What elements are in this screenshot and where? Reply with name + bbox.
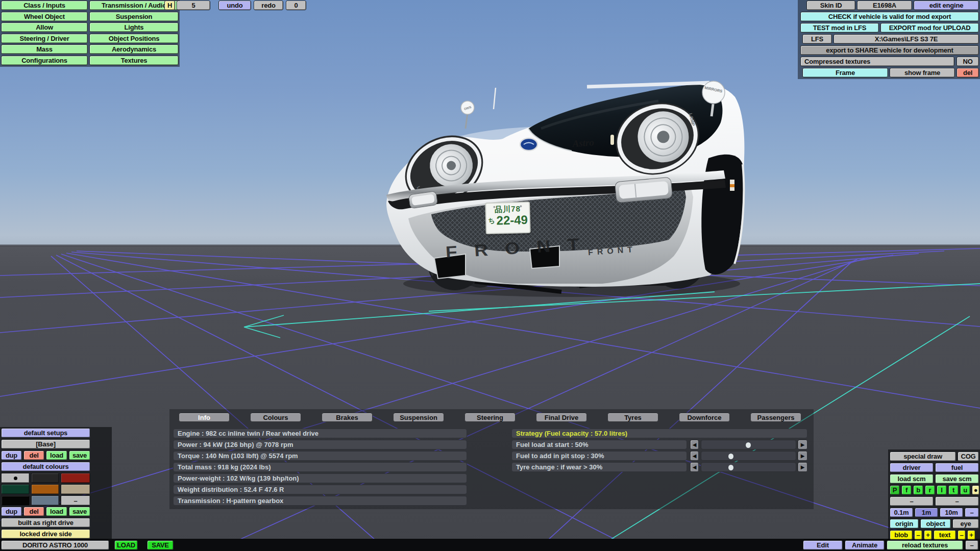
colour-swatch-2[interactable]: [31, 473, 59, 483]
toggle-r[interactable]: r: [925, 485, 935, 495]
origin-button[interactable]: origin: [890, 519, 919, 529]
frame-del-button[interactable]: del: [957, 68, 979, 78]
text-button[interactable]: text: [934, 530, 956, 540]
tab-suspension[interactable]: Suspension: [393, 413, 444, 422]
colour-swatch-6[interactable]: [61, 484, 90, 494]
default-setups-button[interactable]: default setups: [1, 428, 90, 438]
share-export-button[interactable]: export to SHARE vehicle for development: [800, 45, 979, 55]
tyre-change-slider[interactable]: [701, 462, 796, 472]
menu-mass[interactable]: Mass: [1, 44, 88, 54]
check-export-button[interactable]: CHECK if vehicle is valid for mod export: [800, 12, 979, 21]
show-frame-button[interactable]: show frame: [890, 68, 955, 78]
eye-button[interactable]: eye: [952, 519, 979, 529]
fuel-load-slider[interactable]: [701, 440, 796, 449]
scale-10m-button[interactable]: 10m: [940, 508, 963, 517]
colour-swatch-3[interactable]: [61, 473, 90, 483]
text-minus-button[interactable]: –: [958, 530, 966, 540]
colour-swatch-5[interactable]: [31, 484, 59, 494]
scale-dash-button[interactable]: –: [965, 508, 979, 517]
setup-save-button[interactable]: save: [69, 450, 90, 460]
toggle-l[interactable]: l: [937, 485, 947, 495]
history-mode-button[interactable]: H: [164, 1, 175, 10]
toggle-P[interactable]: P: [890, 485, 900, 495]
fuel-load-increase[interactable]: ▶: [798, 440, 807, 449]
menu-object-positions[interactable]: Object Positions: [89, 34, 179, 43]
save-vehicle-button[interactable]: SAVE: [147, 540, 174, 550]
reload-textures-button[interactable]: reload textures: [887, 540, 963, 550]
edit-mode-button[interactable]: Edit: [803, 540, 843, 550]
undo-button[interactable]: undo: [218, 1, 251, 10]
default-colours-button[interactable]: default colours: [1, 462, 90, 471]
colour-load-button[interactable]: load: [46, 507, 67, 516]
skin-id-value[interactable]: E1698A: [857, 1, 912, 10]
tab-info[interactable]: Info: [179, 413, 230, 422]
toggle-b[interactable]: b: [913, 485, 923, 495]
export-upload-button[interactable]: EXPORT mod for UPLOAD: [880, 23, 979, 33]
driver-button[interactable]: driver: [890, 463, 934, 472]
menu-aerodynamics[interactable]: Aerodynamics: [89, 44, 179, 54]
object-button[interactable]: object: [920, 519, 951, 529]
menu-class-inputs[interactable]: Class / Inputs: [1, 1, 88, 10]
dash-right-button[interactable]: –: [935, 496, 979, 506]
lfs-path[interactable]: X:\Games\LFS S3 7E: [834, 34, 979, 44]
cog-button[interactable]: COG: [958, 452, 979, 461]
menu-suspension[interactable]: Suspension: [89, 12, 179, 21]
toggle-t[interactable]: t: [948, 485, 959, 495]
setup-del-button[interactable]: del: [23, 450, 44, 460]
blob-plus-button[interactable]: +: [924, 530, 932, 540]
toggle-dot[interactable]: ●: [972, 485, 979, 495]
redo-button[interactable]: redo: [254, 1, 283, 10]
colour-dup-button[interactable]: dup: [1, 507, 22, 516]
scale-01m-button[interactable]: 0.1m: [890, 508, 913, 517]
vehicle-name[interactable]: DORITO ASTRO 1000: [1, 540, 109, 550]
fuel-button[interactable]: fuel: [935, 463, 979, 472]
colour-swatch-7[interactable]: [1, 495, 30, 506]
car-model[interactable]: LAMP LAMP OR/S MIRRORS: [386, 81, 744, 292]
menu-configurations[interactable]: Configurations: [1, 56, 88, 65]
test-mod-button[interactable]: TEST mod in LFS: [800, 23, 879, 33]
colour-swatch-none[interactable]: –: [61, 495, 90, 506]
locked-drive-side-button[interactable]: locked drive side: [1, 529, 90, 539]
tab-steering[interactable]: Steering: [464, 413, 516, 422]
scale-1m-button[interactable]: 1m: [915, 508, 938, 517]
skin-id-button[interactable]: Skin ID: [806, 1, 855, 10]
tyre-change-increase[interactable]: ▶: [798, 462, 807, 472]
blob-minus-button[interactable]: –: [914, 530, 922, 540]
fuel-load-decrease[interactable]: ◀: [690, 440, 699, 449]
tyre-change-decrease[interactable]: ◀: [690, 462, 699, 472]
tab-brakes[interactable]: Brakes: [322, 413, 373, 422]
tab-tyres[interactable]: Tyres: [607, 413, 658, 422]
fuel-add-decrease[interactable]: ◀: [690, 451, 699, 461]
save-scm-button[interactable]: save scm: [935, 474, 979, 484]
lfs-button[interactable]: LFS: [802, 34, 832, 44]
toggle-f[interactable]: f: [901, 485, 912, 495]
colour-swatch-4[interactable]: [1, 484, 30, 494]
fuel-add-slider[interactable]: [701, 451, 796, 461]
redo-count[interactable]: 0: [286, 1, 306, 10]
compressed-textures-value[interactable]: NO: [957, 57, 979, 66]
frame-button[interactable]: Frame: [802, 68, 888, 78]
setup-dup-button[interactable]: dup: [1, 450, 22, 460]
setup-load-button[interactable]: load: [46, 450, 67, 460]
toggle-u[interactable]: u: [960, 485, 970, 495]
special-draw-button[interactable]: special draw: [890, 452, 956, 461]
colour-swatch-8[interactable]: [31, 495, 59, 506]
menu-wheel-object[interactable]: Wheel Object: [1, 12, 88, 21]
colour-del-button[interactable]: del: [23, 507, 44, 516]
animate-mode-button[interactable]: Animate: [845, 540, 885, 550]
history-count[interactable]: 5: [177, 1, 210, 10]
load-scm-button[interactable]: load scm: [890, 474, 934, 484]
setup-base-button[interactable]: [Base]: [1, 439, 90, 449]
menu-allow[interactable]: Allow: [1, 22, 88, 32]
reload-dash-button[interactable]: –: [965, 540, 978, 550]
built-right-drive-button[interactable]: built as right drive: [1, 518, 90, 528]
colour-swatch-1[interactable]: [1, 473, 30, 483]
text-plus-button[interactable]: +: [967, 530, 975, 540]
tab-colours[interactable]: Colours: [250, 413, 301, 422]
tab-passengers[interactable]: Passengers: [750, 413, 801, 422]
menu-textures[interactable]: Textures: [89, 56, 179, 65]
colour-save-button[interactable]: save: [69, 507, 90, 516]
dash-left-button[interactable]: –: [890, 496, 934, 506]
blob-button[interactable]: blob: [890, 530, 913, 540]
fuel-add-increase[interactable]: ▶: [798, 451, 807, 461]
